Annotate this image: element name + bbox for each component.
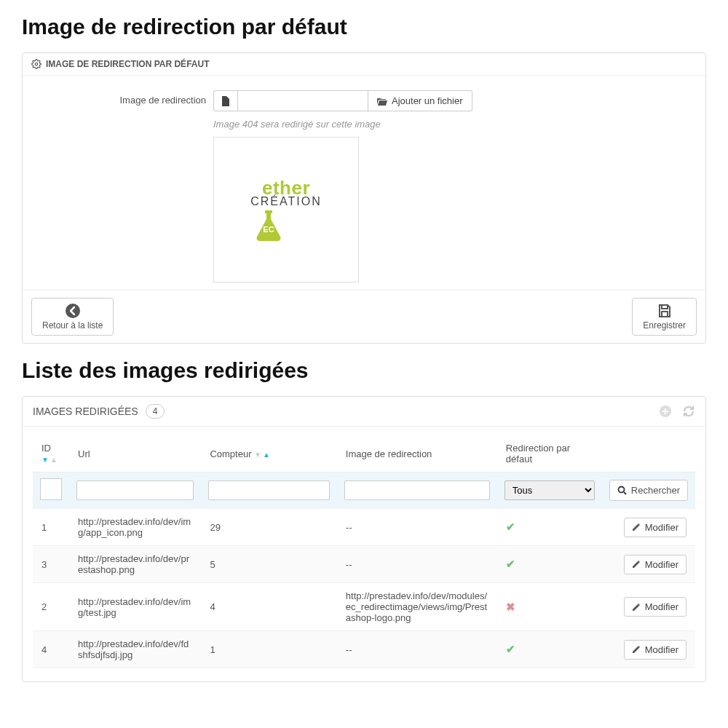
svg-point-2 [66, 304, 80, 318]
search-icon [617, 486, 627, 495]
file-input-group: Ajouter un fichier [213, 90, 472, 111]
svg-text:EC: EC [264, 225, 274, 234]
table-row: 4http://prestadev.info/dev/fdshfsdjfsdj.… [33, 631, 695, 668]
section2-title: Liste des images redirigées [22, 358, 706, 383]
cell-default: ✖ [497, 583, 602, 631]
section1-title: Image de redirection par défaut [22, 15, 706, 39]
brand-top: ether [250, 178, 321, 197]
cell-image: -- [337, 546, 497, 583]
modify-label: Modifier [645, 644, 678, 655]
th-image[interactable]: Image de redirection [337, 435, 497, 472]
cell-default: ✔ [497, 631, 602, 668]
modify-label: Modifier [645, 559, 678, 570]
cell-default: ✔ [497, 546, 602, 583]
count-badge: 4 [146, 404, 165, 419]
th-counter-label: Compteur [210, 448, 251, 459]
cell-image: http://prestadev.info/dev/modules/ec_red… [337, 583, 497, 631]
sort-icon: ▼▲ [254, 451, 270, 459]
table-row: 1http://prestadev.info/dev/img/app_icon.… [33, 509, 695, 546]
cell-id: 3 [33, 546, 69, 583]
modify-button[interactable]: Modifier [624, 597, 687, 617]
table-row: 2http://prestadev.info/dev/img/test.jpg4… [33, 583, 695, 631]
cell-counter: 4 [201, 583, 336, 631]
cell-id: 1 [33, 509, 69, 546]
filter-image[interactable] [344, 480, 490, 500]
svg-point-6 [618, 487, 624, 493]
th-id[interactable]: ID ▼▲ [33, 435, 69, 472]
cell-url: http://prestadev.info/dev/fdshfsdjfsdj.j… [69, 631, 201, 668]
save-icon [657, 303, 673, 319]
image-preview: ether CRÉATION EC [213, 137, 359, 282]
list-table: ID ▼▲ Url Compteur ▼▲ Image de redirecti… [33, 435, 695, 668]
svg-rect-4 [662, 312, 668, 317]
save-button[interactable]: Enregistrer [632, 298, 697, 336]
file-row: Image de redirection Ajouter un fichier [37, 90, 691, 111]
cell-image: -- [337, 509, 497, 546]
list-title: IMAGES REDIRIGÉES [33, 405, 138, 417]
helper-text: Image 404 sera redirigé sur cette image [213, 119, 691, 130]
refresh-icon[interactable] [682, 405, 695, 418]
modify-button[interactable]: Modifier [624, 555, 687, 574]
cell-id: 2 [33, 583, 69, 631]
list-heading: IMAGES REDIRIGÉES 4 [23, 397, 705, 427]
cell-id: 4 [33, 631, 69, 668]
panel-title-text: IMAGE DE REDIRECTION PAR DÉFAUT [46, 59, 209, 69]
default-image-panel: IMAGE DE REDIRECTION PAR DÉFAUT Image de… [22, 52, 706, 344]
modify-button[interactable]: Modifier [624, 640, 687, 660]
list-panel: IMAGES REDIRIGÉES 4 ID ▼▲ Url Compteur [22, 396, 706, 682]
cogs-icon [31, 59, 41, 69]
cell-counter: 29 [201, 509, 336, 546]
cell-url: http://prestadev.info/dev/img/app_icon.p… [69, 509, 201, 546]
back-label: Retour à la liste [42, 320, 103, 331]
th-id-label: ID [41, 443, 51, 454]
file-icon [213, 90, 237, 111]
arrow-left-circle-icon [65, 303, 81, 319]
cell-counter: 5 [201, 546, 336, 583]
pencil-icon [632, 603, 641, 612]
file-label: Image de redirection [37, 90, 206, 106]
modify-label: Modifier [645, 601, 678, 612]
back-button[interactable]: Retour à la liste [31, 298, 114, 336]
search-label: Rechercher [631, 485, 680, 496]
select-all-checkbox[interactable] [40, 478, 62, 500]
file-input[interactable] [237, 90, 368, 111]
cell-image: -- [337, 631, 497, 668]
modify-button[interactable]: Modifier [624, 518, 687, 537]
add-icon[interactable] [659, 405, 672, 418]
check-icon: ✔ [506, 521, 515, 533]
svg-rect-3 [662, 305, 668, 309]
th-default-label: Redirection par défaut [506, 443, 570, 464]
pencil-icon [632, 523, 641, 531]
panel-heading: IMAGE DE REDIRECTION PAR DÉFAUT [23, 53, 705, 76]
add-file-label: Ajouter un fichier [392, 95, 463, 106]
pencil-icon [632, 560, 641, 569]
cell-default: ✔ [497, 509, 602, 546]
cell-url: http://prestadev.info/dev/img/test.jpg [69, 583, 201, 631]
th-counter[interactable]: Compteur ▼▲ [201, 435, 336, 472]
check-icon: ✔ [506, 558, 515, 570]
cell-counter: 1 [201, 631, 336, 668]
folder-open-icon [377, 97, 387, 106]
th-url[interactable]: Url [69, 435, 201, 472]
svg-point-0 [35, 63, 38, 66]
th-image-label: Image de redirection [346, 448, 432, 459]
add-file-button[interactable]: Ajouter un fichier [368, 90, 472, 111]
pencil-icon [632, 645, 641, 654]
filter-counter[interactable] [208, 480, 329, 500]
panel-body: Image de redirection Ajouter un fichier … [23, 76, 705, 290]
filter-default[interactable]: Tous [505, 480, 595, 500]
th-url-label: Url [78, 448, 90, 459]
flask-icon: EC [250, 209, 321, 242]
filter-row: Tous Rechercher [33, 472, 695, 509]
filter-url[interactable] [76, 480, 194, 500]
th-default[interactable]: Redirection par défaut [497, 435, 602, 472]
cell-url: http://prestadev.info/dev/prestashop.png [69, 546, 201, 583]
sort-icon: ▼▲ [41, 456, 58, 464]
modify-label: Modifier [645, 522, 678, 533]
search-button[interactable]: Rechercher [609, 480, 688, 501]
check-icon: ✔ [506, 643, 515, 655]
brand-sub: CRÉATION [250, 196, 321, 207]
panel-footer: Retour à la liste Enregistrer [23, 290, 705, 343]
save-label: Enregistrer [643, 320, 686, 331]
x-icon: ✖ [506, 601, 515, 613]
